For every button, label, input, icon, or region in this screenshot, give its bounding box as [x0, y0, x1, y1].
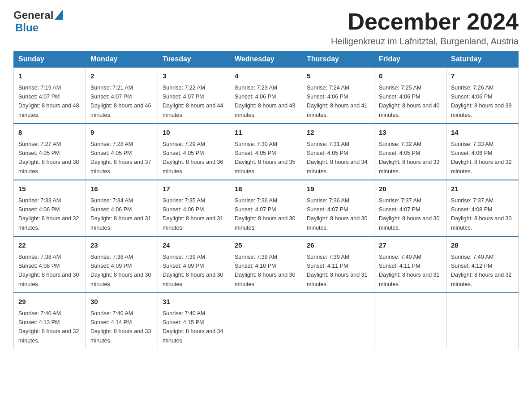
table-row: 3 Sunrise: 7:22 AMSunset: 4:07 PMDayligh… [158, 67, 230, 124]
day-info: Sunrise: 7:23 AMSunset: 4:06 PMDaylight:… [235, 85, 296, 118]
table-row: 8 Sunrise: 7:27 AMSunset: 4:05 PMDayligh… [14, 124, 86, 180]
day-info: Sunrise: 7:37 AMSunset: 4:07 PMDaylight:… [379, 197, 440, 231]
day-info: Sunrise: 7:33 AMSunset: 4:06 PMDaylight:… [18, 197, 79, 231]
table-row [230, 293, 302, 349]
calendar-week-row: 22 Sunrise: 7:38 AMSunset: 4:08 PMDaylig… [14, 236, 519, 293]
col-tuesday: Tuesday [158, 51, 230, 68]
table-row: 7 Sunrise: 7:26 AMSunset: 4:06 PMDayligh… [446, 67, 519, 124]
table-row: 19 Sunrise: 7:36 AMSunset: 4:07 PMDaylig… [302, 180, 374, 236]
day-number: 1 [18, 71, 81, 81]
day-info: Sunrise: 7:21 AMSunset: 4:07 PMDaylight:… [90, 85, 151, 118]
calendar-table: Sunday Monday Tuesday Wednesday Thursday… [13, 51, 519, 349]
day-info: Sunrise: 7:36 AMSunset: 4:07 PMDaylight:… [235, 197, 296, 231]
day-info: Sunrise: 7:40 AMSunset: 4:14 PMDaylight:… [90, 310, 151, 344]
day-info: Sunrise: 7:38 AMSunset: 4:09 PMDaylight:… [90, 254, 151, 287]
day-info: Sunrise: 7:39 AMSunset: 4:09 PMDaylight:… [163, 254, 223, 287]
day-number: 9 [90, 128, 153, 138]
day-info: Sunrise: 7:40 AMSunset: 4:13 PMDaylight:… [18, 310, 79, 344]
col-friday: Friday [374, 51, 446, 68]
day-number: 24 [163, 240, 225, 251]
table-row: 22 Sunrise: 7:38 AMSunset: 4:08 PMDaylig… [14, 236, 86, 293]
table-row: 5 Sunrise: 7:24 AMSunset: 4:06 PMDayligh… [302, 67, 374, 124]
table-row: 23 Sunrise: 7:38 AMSunset: 4:09 PMDaylig… [86, 236, 158, 293]
table-row: 27 Sunrise: 7:40 AMSunset: 4:11 PMDaylig… [374, 236, 446, 293]
day-info: Sunrise: 7:34 AMSunset: 4:06 PMDaylight:… [90, 197, 151, 231]
col-thursday: Thursday [302, 51, 374, 68]
day-info: Sunrise: 7:24 AMSunset: 4:06 PMDaylight:… [307, 85, 368, 118]
table-row: 9 Sunrise: 7:28 AMSunset: 4:05 PMDayligh… [86, 124, 158, 180]
col-monday: Monday [86, 51, 158, 68]
table-row [374, 293, 446, 349]
day-info: Sunrise: 7:37 AMSunset: 4:08 PMDaylight:… [451, 197, 512, 231]
day-number: 2 [90, 71, 153, 81]
day-info: Sunrise: 7:26 AMSunset: 4:06 PMDaylight:… [451, 85, 512, 118]
day-info: Sunrise: 7:30 AMSunset: 4:05 PMDaylight:… [235, 141, 296, 175]
day-number: 18 [235, 184, 297, 194]
table-row: 24 Sunrise: 7:39 AMSunset: 4:09 PMDaylig… [158, 236, 230, 293]
calendar-week-row: 8 Sunrise: 7:27 AMSunset: 4:05 PMDayligh… [14, 124, 519, 180]
table-row [446, 293, 519, 349]
table-row: 14 Sunrise: 7:33 AMSunset: 4:06 PMDaylig… [446, 124, 519, 180]
logo-triangle-icon [55, 10, 63, 20]
day-info: Sunrise: 7:22 AMSunset: 4:07 PMDaylight:… [163, 85, 223, 118]
table-row: 16 Sunrise: 7:34 AMSunset: 4:06 PMDaylig… [86, 180, 158, 236]
page-header: General Blue December 2024 Heiligenkreuz… [13, 9, 519, 47]
day-number: 7 [451, 71, 514, 81]
calendar-week-row: 1 Sunrise: 7:19 AMSunset: 4:07 PMDayligh… [14, 67, 519, 124]
table-row: 1 Sunrise: 7:19 AMSunset: 4:07 PMDayligh… [14, 67, 86, 124]
table-row: 6 Sunrise: 7:25 AMSunset: 4:06 PMDayligh… [374, 67, 446, 124]
table-row: 21 Sunrise: 7:37 AMSunset: 4:08 PMDaylig… [446, 180, 519, 236]
col-wednesday: Wednesday [230, 51, 302, 68]
day-number: 16 [90, 184, 153, 194]
day-number: 26 [307, 240, 369, 251]
table-row: 12 Sunrise: 7:31 AMSunset: 4:05 PMDaylig… [302, 124, 374, 180]
day-info: Sunrise: 7:36 AMSunset: 4:07 PMDaylight:… [307, 197, 368, 231]
calendar-week-row: 15 Sunrise: 7:33 AMSunset: 4:06 PMDaylig… [14, 180, 519, 236]
day-number: 20 [379, 184, 442, 194]
day-info: Sunrise: 7:31 AMSunset: 4:05 PMDaylight:… [307, 141, 368, 175]
table-row: 15 Sunrise: 7:33 AMSunset: 4:06 PMDaylig… [14, 180, 86, 236]
svg-marker-0 [55, 10, 63, 20]
month-title: December 2024 [331, 9, 519, 34]
day-info: Sunrise: 7:40 AMSunset: 4:11 PMDaylight:… [379, 254, 440, 287]
day-number: 28 [451, 240, 514, 251]
table-row: 18 Sunrise: 7:36 AMSunset: 4:07 PMDaylig… [230, 180, 302, 236]
day-info: Sunrise: 7:38 AMSunset: 4:08 PMDaylight:… [18, 254, 79, 287]
day-number: 14 [451, 128, 514, 138]
table-row: 30 Sunrise: 7:40 AMSunset: 4:14 PMDaylig… [86, 293, 158, 349]
day-info: Sunrise: 7:40 AMSunset: 4:15 PMDaylight:… [163, 310, 223, 344]
day-number: 22 [18, 240, 81, 251]
day-info: Sunrise: 7:28 AMSunset: 4:05 PMDaylight:… [90, 141, 151, 175]
table-row: 11 Sunrise: 7:30 AMSunset: 4:05 PMDaylig… [230, 124, 302, 180]
day-number: 12 [307, 128, 369, 138]
logo-blue-text: Blue [15, 21, 39, 34]
day-info: Sunrise: 7:39 AMSunset: 4:11 PMDaylight:… [307, 254, 368, 287]
location-title: Heiligenkreuz im Lafnitztal, Burgenland,… [331, 36, 519, 47]
day-number: 23 [90, 240, 153, 251]
day-number: 17 [163, 184, 225, 194]
day-number: 5 [307, 71, 369, 81]
table-row: 10 Sunrise: 7:29 AMSunset: 4:05 PMDaylig… [158, 124, 230, 180]
day-number: 19 [307, 184, 369, 194]
day-number: 25 [235, 240, 297, 251]
col-saturday: Saturday [446, 51, 519, 68]
day-number: 30 [90, 297, 153, 307]
day-info: Sunrise: 7:35 AMSunset: 4:06 PMDaylight:… [163, 197, 223, 231]
table-row: 28 Sunrise: 7:40 AMSunset: 4:12 PMDaylig… [446, 236, 519, 293]
col-sunday: Sunday [14, 51, 86, 68]
day-info: Sunrise: 7:39 AMSunset: 4:10 PMDaylight:… [235, 254, 296, 287]
table-row: 13 Sunrise: 7:32 AMSunset: 4:05 PMDaylig… [374, 124, 446, 180]
day-number: 6 [379, 71, 442, 81]
table-row: 29 Sunrise: 7:40 AMSunset: 4:13 PMDaylig… [14, 293, 86, 349]
day-number: 13 [379, 128, 442, 138]
day-number: 15 [18, 184, 81, 194]
table-row [302, 293, 374, 349]
day-number: 21 [451, 184, 514, 194]
day-info: Sunrise: 7:32 AMSunset: 4:05 PMDaylight:… [379, 141, 440, 175]
day-number: 29 [18, 297, 81, 307]
table-row: 20 Sunrise: 7:37 AMSunset: 4:07 PMDaylig… [374, 180, 446, 236]
title-section: December 2024 Heiligenkreuz im Lafnitzta… [331, 9, 519, 47]
table-row: 31 Sunrise: 7:40 AMSunset: 4:15 PMDaylig… [158, 293, 230, 349]
day-number: 27 [379, 240, 442, 251]
table-row: 17 Sunrise: 7:35 AMSunset: 4:06 PMDaylig… [158, 180, 230, 236]
